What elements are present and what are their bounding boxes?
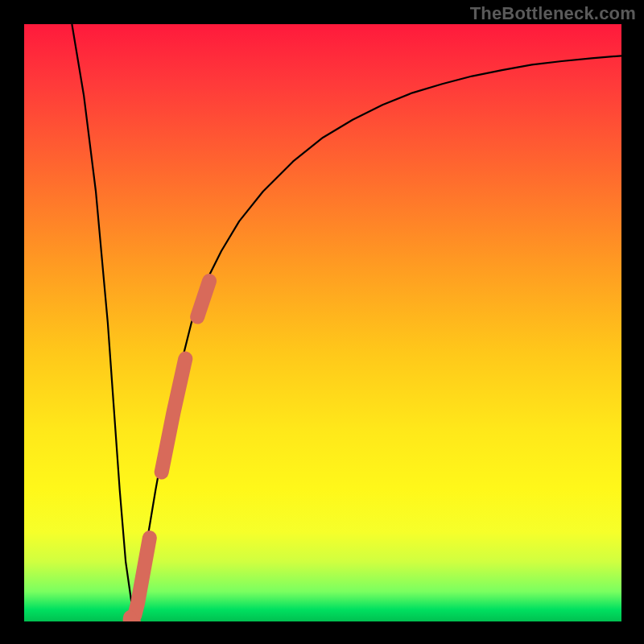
highlight-segment [162, 359, 186, 473]
highlight-segment [134, 538, 150, 615]
watermark: TheBottleneck.com [470, 3, 636, 24]
highlight-hook [130, 617, 135, 621]
chart-container: TheBottleneck.com [0, 0, 644, 644]
highlight-segment [197, 281, 209, 317]
plot-area [24, 24, 621, 621]
curve-svg [24, 24, 621, 621]
bottleneck-curve [72, 24, 621, 616]
